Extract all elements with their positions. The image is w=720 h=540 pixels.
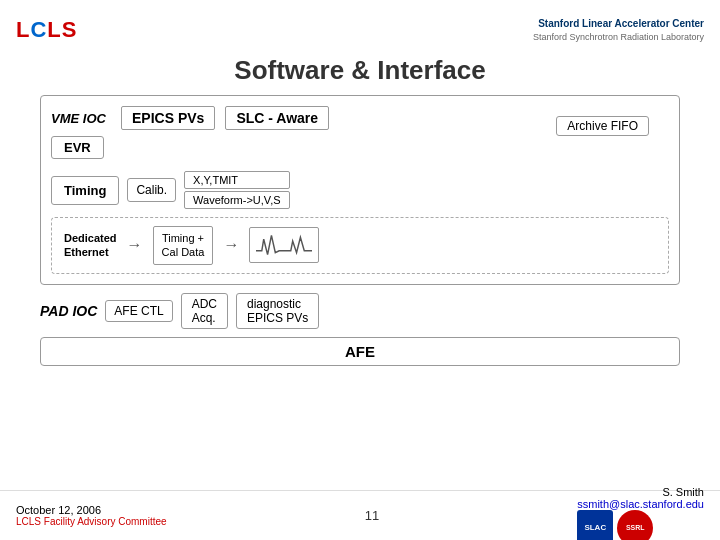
evr-box: EVR	[51, 136, 104, 159]
arrow-right-icon: →	[127, 236, 143, 254]
timing-box: Timing	[51, 176, 119, 205]
footer: October 12, 2006 LCLS Facility Advisory …	[0, 490, 720, 540]
waveform-display	[249, 227, 319, 263]
main-content: VME IOC EPICS PVs SLC - Aware EVR Archiv…	[40, 95, 680, 485]
vme-ioc-label: VME IOC	[51, 111, 111, 126]
diagnostic-epics-box: diagnosticEPICS PVs	[236, 293, 319, 329]
footer-date: October 12, 2006	[16, 504, 167, 516]
slac-logo-small: SLAC	[577, 510, 613, 541]
footer-slide-number: 11	[365, 508, 379, 523]
footer-email: ssmith@slac.stanford.edu	[577, 498, 704, 510]
logo-area: LCLS	[16, 17, 77, 43]
timing-cal-line1: Timing +	[162, 232, 204, 244]
ssrl-name: Stanford Synchrotron Radiation Laborator…	[533, 31, 704, 44]
timing-row: Timing Calib. X,Y,TMIT Waveform->U,V,S	[51, 171, 669, 209]
calib-box: Calib.	[127, 178, 176, 202]
vme-ioc-outer-box: VME IOC EPICS PVs SLC - Aware EVR Archiv…	[40, 95, 680, 285]
waveform-svg	[256, 231, 312, 259]
archive-fifo-box: Archive FIFO	[556, 116, 649, 136]
dedicated-ethernet-label: DedicatedEthernet	[64, 231, 117, 260]
timing-sub-items: X,Y,TMIT Waveform->U,V,S	[184, 171, 290, 209]
slac-name: Stanford Linear Accelerator Center	[533, 17, 704, 31]
footer-right: S. Smith ssmith@slac.stanford.edu SLAC S…	[577, 486, 704, 541]
footer-author: S. Smith	[577, 486, 704, 498]
header: LCLS Stanford Linear Accelerator Center …	[0, 0, 720, 60]
afe-ctl-box: AFE CTL	[105, 300, 172, 322]
pad-ioc-row: PAD IOC AFE CTL ADCAcq. diagnosticEPICS …	[40, 293, 680, 329]
pad-ioc-label: PAD IOC	[40, 303, 97, 319]
evr-row: EVR Archive FIFO	[51, 136, 669, 163]
timing-cal-line2: Cal Data	[162, 246, 205, 258]
slc-aware-box: SLC - Aware	[225, 106, 329, 130]
institution-logos: Stanford Linear Accelerator Center Stanf…	[533, 17, 704, 44]
ssrl-logo-small: SSRL	[617, 510, 653, 541]
timing-cal-box: Timing + Cal Data	[153, 226, 214, 265]
afe-box: AFE	[40, 337, 680, 366]
footer-logos: SLAC SSRL	[577, 510, 704, 541]
waveform-box: Waveform->U,V,S	[184, 191, 290, 209]
footer-org: LCLS Facility Advisory Committee	[16, 516, 167, 527]
footer-left: October 12, 2006 LCLS Facility Advisory …	[16, 504, 167, 527]
x-y-tmit-box: X,Y,TMIT	[184, 171, 290, 189]
epics-pvs-box: EPICS PVs	[121, 106, 215, 130]
page-title: Software & Interface	[0, 55, 720, 86]
lcls-logo: LCLS	[16, 17, 77, 43]
adc-acq-box: ADCAcq.	[181, 293, 228, 329]
dedicated-ethernet-row: DedicatedEthernet → Timing + Cal Data →	[51, 217, 669, 274]
arrow-right-icon2: →	[223, 236, 239, 254]
